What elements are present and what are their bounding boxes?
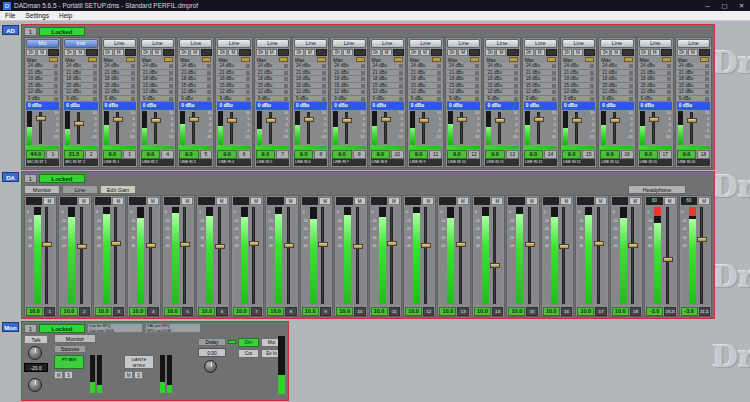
level-fader-handle[interactable] (284, 243, 294, 248)
level-fader-handle[interactable] (215, 244, 225, 249)
phase-button[interactable]: 0h (294, 49, 304, 56)
input-type-button[interactable]: Mic (26, 39, 59, 48)
source-solo-button[interactable]: S (134, 371, 143, 379)
gain-option[interactable]: 9 dBu (294, 96, 327, 103)
talk-level-knob[interactable] (28, 346, 42, 360)
source-mute-button[interactable]: M (124, 371, 133, 379)
mute-button[interactable]: M (422, 197, 434, 205)
mute-button[interactable]: M (78, 197, 90, 205)
gain-fader-handle[interactable] (572, 118, 582, 123)
level-fader-track[interactable] (528, 207, 531, 304)
gain-option-selected[interactable]: 0 dBu (103, 102, 136, 110)
gain-option-selected[interactable]: 0 dBu (64, 102, 97, 110)
source-mute-button[interactable]: M (54, 371, 63, 379)
gain-option[interactable]: 9 dBu (447, 96, 480, 103)
delay-knob[interactable] (204, 360, 217, 373)
gain-option[interactable]: 9 dBu (64, 96, 97, 103)
cue-level-knob[interactable] (28, 378, 42, 392)
gain-option[interactable]: 9 dBu (485, 96, 518, 103)
gain-option[interactable]: 9 dBu (524, 96, 557, 103)
input-type-button[interactable]: Line (141, 39, 174, 48)
gain-fader-track[interactable] (77, 112, 80, 144)
gain-fader-track[interactable] (192, 112, 195, 144)
mute-button[interactable]: M (250, 197, 262, 205)
phase-button[interactable]: 0h (562, 49, 572, 56)
mon-section-tag[interactable]: Mon (2, 322, 19, 332)
gain-option-selected[interactable]: 0 dBu (562, 102, 595, 110)
level-fader-track[interactable] (356, 207, 359, 304)
phase-button[interactable]: 0h (600, 49, 610, 56)
mute-button[interactable]: M (496, 49, 506, 56)
mute-button[interactable]: M (190, 49, 200, 56)
gain-option-selected[interactable]: 0 dBu (217, 102, 250, 110)
edit-gain-button[interactable]: Edit Gain (100, 185, 136, 194)
level-fader-track[interactable] (149, 207, 152, 304)
level-fader-handle[interactable] (77, 244, 87, 249)
gain-fader-track[interactable] (690, 112, 693, 144)
level-fader-track[interactable] (287, 207, 290, 304)
gain-option-selected[interactable]: 0 dBu (371, 102, 404, 110)
level-fader-handle[interactable] (146, 243, 156, 248)
gain-fader-handle[interactable] (266, 118, 276, 123)
phase-button[interactable]: 0h (26, 49, 36, 56)
gain-option-selected[interactable]: 0 dBu (332, 102, 365, 110)
level-fader-track[interactable] (390, 207, 393, 304)
mute-button[interactable]: M (354, 197, 366, 205)
gain-option[interactable]: 9 dBu (562, 96, 595, 103)
gain-fader-handle[interactable] (342, 118, 352, 123)
menu-settings[interactable]: Settings (20, 12, 54, 19)
gain-fader-track[interactable] (537, 112, 540, 144)
mute-button[interactable]: M (75, 49, 85, 56)
gain-option[interactable]: 9 dBu (26, 96, 59, 103)
gain-option-selected[interactable]: 0 dBu (524, 102, 557, 110)
gain-option-selected[interactable]: 0 dBu (600, 102, 633, 110)
gain-fader-handle[interactable] (304, 117, 314, 122)
gain-option-selected[interactable]: 0 dBu (485, 102, 518, 110)
level-fader-track[interactable] (700, 207, 703, 304)
phase-button[interactable]: 0h (409, 49, 419, 56)
gain-fader-track[interactable] (460, 112, 463, 144)
mute-button[interactable]: M (152, 49, 162, 56)
mute-button[interactable]: M (698, 197, 710, 205)
input-type-button[interactable]: Line (179, 39, 212, 48)
gain-option-selected[interactable]: 0 dBu (447, 102, 480, 110)
level-fader-handle[interactable] (387, 241, 397, 246)
mute-button[interactable]: M (267, 49, 277, 56)
gain-option[interactable]: 9 dBu (600, 96, 633, 103)
mute-button[interactable]: M (535, 49, 545, 56)
mute-button[interactable]: M (457, 197, 469, 205)
mute-button[interactable]: M (181, 197, 193, 205)
phase-button[interactable]: 0h (256, 49, 266, 56)
mute-button[interactable]: M (228, 49, 238, 56)
gain-option[interactable]: 9 dBu (141, 96, 174, 103)
gain-fader-handle[interactable] (419, 118, 429, 123)
gain-option-selected[interactable]: 0 dBu (179, 102, 212, 110)
gain-fader-track[interactable] (307, 112, 310, 144)
input-type-button[interactable]: Line (103, 39, 136, 48)
level-fader-track[interactable] (562, 207, 565, 304)
mute-button[interactable]: M (629, 197, 641, 205)
gain-fader-track[interactable] (230, 112, 233, 144)
gain-option[interactable]: 9 dBu (409, 96, 442, 103)
ad-section-tag[interactable]: AD (2, 25, 19, 35)
input-type-button[interactable]: Line (524, 39, 557, 48)
menu-file[interactable]: File (0, 12, 20, 19)
phase-button[interactable]: 0h (217, 49, 227, 56)
mute-button[interactable]: M (664, 197, 676, 205)
mute-button[interactable]: M (491, 197, 503, 205)
gain-option-selected[interactable]: 0 dBu (639, 102, 672, 110)
mon-tab-1[interactable]: 1 (24, 324, 37, 333)
gain-fader-track[interactable] (116, 112, 119, 144)
maximize-button[interactable]: ▢ (716, 0, 733, 11)
dim-button[interactable]: Dim (238, 338, 259, 347)
level-fader-track[interactable] (597, 207, 600, 304)
mute-button[interactable]: M (382, 49, 392, 56)
level-fader-track[interactable] (631, 207, 634, 304)
input-type-button[interactable]: Inst (64, 39, 97, 48)
level-fader-handle[interactable] (628, 243, 638, 248)
input-type-button[interactable]: Line (562, 39, 595, 48)
gain-option-selected[interactable]: 0 dBu (141, 102, 174, 110)
da-tab-line[interactable]: Line (62, 185, 98, 194)
cut-button[interactable]: Cut (238, 349, 259, 358)
input-type-button[interactable]: Line (256, 39, 289, 48)
